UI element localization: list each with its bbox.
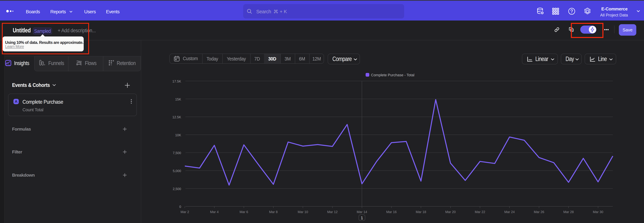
svg-text:Mar 18: Mar 18 xyxy=(416,210,426,214)
svg-text:Mar 12: Mar 12 xyxy=(327,210,338,214)
svg-text:Mar 10: Mar 10 xyxy=(298,210,308,214)
svg-text:Mar 8: Mar 8 xyxy=(269,210,278,214)
svg-text:Mar 16: Mar 16 xyxy=(386,210,397,214)
svg-text:5,000: 5,000 xyxy=(173,169,181,173)
svg-text:7,500: 7,500 xyxy=(173,151,181,155)
svg-text:12.5K: 12.5K xyxy=(172,115,181,119)
svg-text:17.5K: 17.5K xyxy=(172,79,181,83)
svg-text:0: 0 xyxy=(179,205,181,208)
svg-text:Mar 24: Mar 24 xyxy=(504,210,515,214)
svg-text:Mar 14: Mar 14 xyxy=(357,210,367,214)
svg-text:Mar 4: Mar 4 xyxy=(210,210,218,214)
svg-text:2,500: 2,500 xyxy=(173,187,181,191)
svg-text:Mar 2: Mar 2 xyxy=(180,210,189,214)
svg-text:10K: 10K xyxy=(175,133,181,137)
svg-text:Mar 22: Mar 22 xyxy=(475,210,485,214)
svg-text:15K: 15K xyxy=(175,97,181,101)
svg-text:Mar 28: Mar 28 xyxy=(563,210,574,214)
svg-text:Mar 26: Mar 26 xyxy=(534,210,544,214)
svg-text:Mar 30: Mar 30 xyxy=(593,210,603,214)
svg-text:Mar 6: Mar 6 xyxy=(240,210,248,214)
svg-text:Mar 20: Mar 20 xyxy=(445,210,456,214)
